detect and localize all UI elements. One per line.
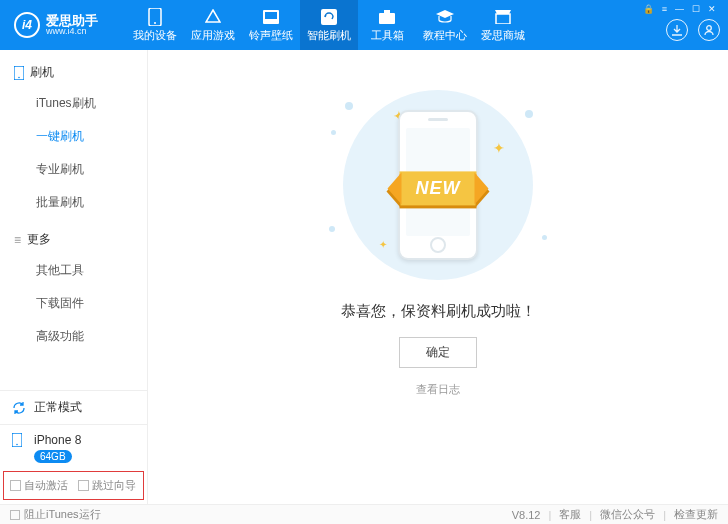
nav-label: 应用游戏 xyxy=(191,28,235,43)
sidebar-item-pro-flash[interactable]: 专业刷机 xyxy=(0,153,147,186)
checkbox-label: 自动激活 xyxy=(24,478,68,493)
device-icon xyxy=(12,433,28,447)
nav-ringtones[interactable]: 铃声壁纸 xyxy=(242,0,300,50)
nav-label: 爱思商城 xyxy=(481,28,525,43)
logo-text: 爱思助手 www.i4.cn xyxy=(46,14,98,36)
sidebar: 刷机 iTunes刷机 一键刷机 专业刷机 批量刷机 ≡ 更多 其他工具 下载固… xyxy=(0,50,148,504)
logo-icon: i4 xyxy=(14,12,40,38)
svg-rect-4 xyxy=(321,9,337,25)
svg-rect-5 xyxy=(379,13,395,24)
sidebar-item-advanced[interactable]: 高级功能 xyxy=(0,320,147,353)
nav-label: 教程中心 xyxy=(423,28,467,43)
main-content: ✦ ✦ ✦ NEW 恭喜您，保资料刷机成功啦！ 确定 查看日志 xyxy=(148,50,728,504)
nav-toolbox[interactable]: 工具箱 xyxy=(358,0,416,50)
logo[interactable]: i4 爱思助手 www.i4.cn xyxy=(0,12,108,38)
nav-flash[interactable]: 智能刷机 xyxy=(300,0,358,50)
view-log-link[interactable]: 查看日志 xyxy=(416,382,460,397)
device-icon xyxy=(146,8,164,26)
checkbox-label: 跳过向导 xyxy=(92,478,136,493)
nav-label: 工具箱 xyxy=(371,28,404,43)
minimize-icon[interactable]: — xyxy=(675,4,684,14)
nav-tutorials[interactable]: 教程中心 xyxy=(416,0,474,50)
success-illustration: ✦ ✦ ✦ NEW xyxy=(323,90,553,280)
app-header: i4 爱思助手 www.i4.cn 我的设备 应用游戏 铃声壁纸 智能刷机 工具… xyxy=(0,0,728,50)
status-bar: 阻止iTunes运行 V8.12 | 客服 | 微信公众号 | 检查更新 xyxy=(0,504,728,524)
svg-point-8 xyxy=(707,26,712,31)
svg-point-1 xyxy=(154,22,156,24)
svg-rect-3 xyxy=(265,12,277,19)
refresh-icon xyxy=(12,401,28,415)
skip-guide-checkbox[interactable]: 跳过向导 xyxy=(78,478,136,493)
tutorial-icon xyxy=(436,8,454,26)
svg-rect-6 xyxy=(384,10,390,13)
sidebar-group-flash[interactable]: 刷机 xyxy=(0,58,147,87)
svg-point-12 xyxy=(16,444,18,446)
sidebar-item-onekey-flash[interactable]: 一键刷机 xyxy=(0,120,147,153)
window-controls: 🔒 ≡ — ☐ ✕ xyxy=(643,4,716,14)
nav-label: 我的设备 xyxy=(133,28,177,43)
new-ribbon: NEW xyxy=(388,171,489,205)
more-icon: ≡ xyxy=(14,233,21,247)
version-label: V8.12 xyxy=(512,509,541,521)
lock-icon[interactable]: 🔒 xyxy=(643,4,654,14)
phone-icon xyxy=(14,66,24,80)
ok-button[interactable]: 确定 xyxy=(399,337,477,368)
success-message: 恭喜您，保资料刷机成功啦！ xyxy=(341,302,536,321)
svg-point-10 xyxy=(18,76,20,78)
group-title: 更多 xyxy=(27,231,51,248)
store-icon xyxy=(494,8,512,26)
flash-icon xyxy=(320,8,338,26)
checkbox-label: 阻止iTunes运行 xyxy=(24,507,101,522)
brand-url: www.i4.cn xyxy=(46,27,98,36)
maximize-icon[interactable]: ☐ xyxy=(692,4,700,14)
menu-icon[interactable]: ≡ xyxy=(662,4,667,14)
wallpaper-icon xyxy=(262,8,280,26)
nav-label: 智能刷机 xyxy=(307,28,351,43)
apps-icon xyxy=(204,8,222,26)
user-button[interactable] xyxy=(698,19,720,41)
block-itunes-checkbox[interactable]: 阻止iTunes运行 xyxy=(10,507,101,522)
sidebar-item-other-tools[interactable]: 其他工具 xyxy=(0,254,147,287)
options-highlight: 自动激活 跳过向导 xyxy=(3,471,144,500)
sidebar-item-itunes-flash[interactable]: iTunes刷机 xyxy=(0,87,147,120)
nav-label: 铃声壁纸 xyxy=(249,28,293,43)
header-right: 🔒 ≡ — ☐ ✕ xyxy=(666,0,720,50)
download-button[interactable] xyxy=(666,19,688,41)
sidebar-group-more[interactable]: ≡ 更多 xyxy=(0,225,147,254)
app-body: 刷机 iTunes刷机 一键刷机 专业刷机 批量刷机 ≡ 更多 其他工具 下载固… xyxy=(0,50,728,504)
sidebar-item-batch-flash[interactable]: 批量刷机 xyxy=(0,186,147,219)
sidebar-item-download-fw[interactable]: 下载固件 xyxy=(0,287,147,320)
top-nav: 我的设备 应用游戏 铃声壁纸 智能刷机 工具箱 教程中心 爱思商城 xyxy=(126,0,532,50)
mode-label: 正常模式 xyxy=(34,399,82,416)
close-icon[interactable]: ✕ xyxy=(708,4,716,14)
support-link[interactable]: 客服 xyxy=(559,507,581,522)
mode-row[interactable]: 正常模式 xyxy=(0,391,147,425)
ribbon-text: NEW xyxy=(400,171,477,205)
device-row[interactable]: iPhone 8 64GB xyxy=(0,425,147,471)
auto-activate-checkbox[interactable]: 自动激活 xyxy=(10,478,68,493)
update-link[interactable]: 检查更新 xyxy=(674,507,718,522)
group-title: 刷机 xyxy=(30,64,54,81)
nav-apps[interactable]: 应用游戏 xyxy=(184,0,242,50)
nav-store[interactable]: 爱思商城 xyxy=(474,0,532,50)
toolbox-icon xyxy=(378,8,396,26)
nav-my-device[interactable]: 我的设备 xyxy=(126,0,184,50)
wechat-link[interactable]: 微信公众号 xyxy=(600,507,655,522)
storage-badge: 64GB xyxy=(34,450,72,463)
svg-rect-7 xyxy=(496,14,510,24)
device-name: iPhone 8 xyxy=(34,433,81,447)
